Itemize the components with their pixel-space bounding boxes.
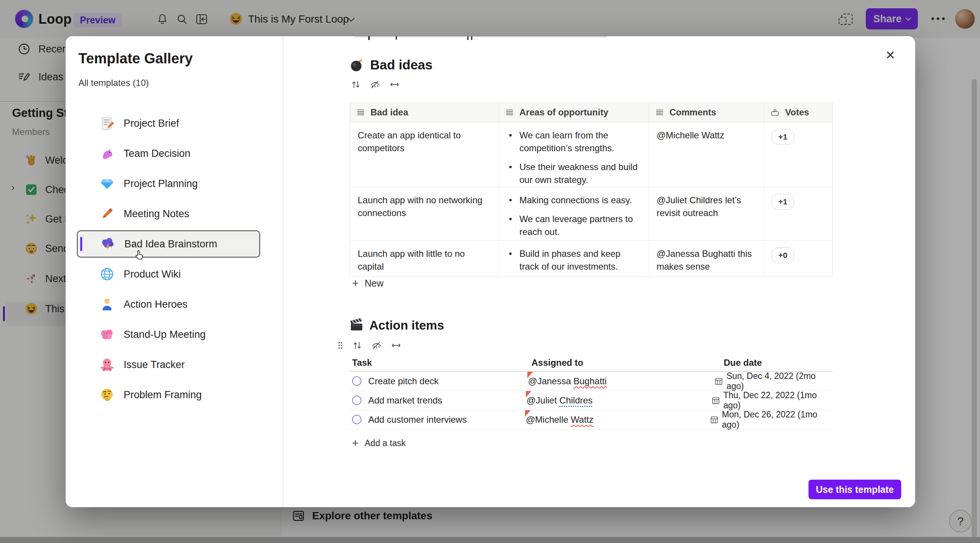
vote-pill[interactable]: +0 bbox=[772, 247, 794, 263]
template-gallery-modal: Template Gallery All templates (10) Proj… bbox=[65, 36, 915, 507]
bomb-emoji-icon bbox=[350, 58, 364, 72]
task-checkbox[interactable] bbox=[352, 376, 361, 386]
column-header-task[interactable]: Task bbox=[352, 357, 531, 368]
template-label: Team Decision bbox=[124, 148, 190, 159]
sort-icon[interactable] bbox=[353, 341, 362, 350]
eye-off-icon[interactable] bbox=[370, 80, 380, 89]
clipped-text-marks bbox=[352, 36, 616, 41]
globe-emoji-icon bbox=[100, 267, 115, 282]
calendar-icon bbox=[712, 397, 719, 404]
brainstorm-cloud-emoji-icon bbox=[100, 236, 115, 252]
task-row[interactable]: Add market trends @Juliet Childres Thu, … bbox=[350, 391, 833, 410]
resize-columns-icon[interactable] bbox=[391, 341, 401, 350]
template-item-meeting-notes[interactable]: Meeting Notes bbox=[77, 200, 260, 228]
comment-flag-icon bbox=[527, 372, 533, 378]
template-item-bad-idea-brainstorm[interactable]: Bad Idea Brainstorm bbox=[77, 230, 260, 258]
assignee-cell[interactable]: @Michelle Wattz bbox=[525, 410, 711, 429]
comment-flag-icon bbox=[526, 391, 531, 397]
text-column-icon bbox=[506, 109, 513, 115]
plus-icon: + bbox=[352, 277, 359, 290]
assignee-name: Wattz bbox=[571, 414, 593, 425]
template-label: Stand-Up Meeting bbox=[124, 329, 206, 341]
template-label: Problem Framing bbox=[124, 389, 202, 401]
task-checkbox[interactable] bbox=[352, 396, 361, 405]
task-row[interactable]: Create pitch deck @Janessa Bughatti Sun,… bbox=[350, 371, 833, 391]
column-header-due-date[interactable]: Due date bbox=[724, 357, 762, 368]
template-list: Project Brief Team Decision Project Plan… bbox=[77, 110, 260, 411]
bad-ideas-heading: Bad ideas bbox=[350, 57, 432, 72]
comments-cell[interactable]: @Janessa Bughatti this makes sense bbox=[649, 240, 764, 276]
template-label: Project Planning bbox=[124, 178, 198, 189]
bad-idea-cell[interactable]: Create an app identical to competitors bbox=[350, 122, 499, 187]
bad-ideas-table: Bad idea Areas of opportunity Comments bbox=[350, 103, 833, 276]
unicorn-emoji-icon bbox=[100, 146, 115, 161]
action-items-toolbar bbox=[338, 341, 401, 350]
tasks-header: Task Assigned to Due date bbox=[352, 357, 762, 368]
sort-icon[interactable] bbox=[351, 80, 360, 89]
template-item-project-planning[interactable]: Project Planning bbox=[77, 170, 260, 197]
due-date-cell[interactable]: Sun, Dec 4, 2022 (2mo ago) bbox=[715, 371, 833, 392]
task-row[interactable]: Add customer interviews @Michelle Wattz … bbox=[350, 410, 833, 430]
loop-app-screen: Loop Preview This is My Forst Loop Share… bbox=[0, 0, 980, 543]
bad-idea-row[interactable]: Create an app identical to competitors W… bbox=[350, 122, 832, 187]
memo-emoji-icon bbox=[100, 116, 115, 131]
drag-handle-icon[interactable] bbox=[338, 341, 343, 350]
votes-cell[interactable]: +1 bbox=[764, 187, 832, 240]
template-label: Product Wiki bbox=[124, 269, 181, 280]
comments-cell[interactable]: @Michelle Wattz bbox=[649, 122, 764, 187]
template-label: Bad Idea Brainstorm bbox=[124, 238, 217, 250]
template-label: Project Brief bbox=[124, 118, 179, 129]
template-item-stand-up-meeting[interactable]: Stand-Up Meeting bbox=[77, 321, 260, 348]
template-item-issue-tracker[interactable]: Issue Tracker bbox=[77, 351, 260, 378]
action-items-heading: Action items bbox=[350, 318, 444, 333]
assignee-cell[interactable]: @Janessa Bughatti bbox=[527, 371, 715, 391]
opportunities-cell[interactable]: Making connections is easy. We can lever… bbox=[499, 187, 649, 240]
task-checkbox[interactable] bbox=[352, 415, 361, 424]
template-item-action-heroes[interactable]: Action Heroes bbox=[77, 291, 260, 318]
new-row-button[interactable]: + New bbox=[352, 277, 384, 290]
task-cell[interactable]: Add market trends bbox=[350, 395, 526, 406]
bad-idea-cell[interactable]: Launch app with no networking connection… bbox=[350, 187, 499, 240]
plus-icon: + bbox=[352, 437, 359, 449]
comments-cell[interactable]: @Juliet Childres let’s revisit outreach bbox=[649, 187, 764, 240]
assignee-cell[interactable]: @Juliet Childres bbox=[526, 391, 712, 410]
bad-idea-row[interactable]: Launch app with little to no capital Bui… bbox=[350, 240, 832, 276]
template-item-team-decision[interactable]: Team Decision bbox=[77, 140, 260, 167]
template-label: Issue Tracker bbox=[124, 359, 185, 371]
due-date-cell[interactable]: Mon, Dec 26, 2022 (1mo ago) bbox=[711, 409, 833, 430]
bad-idea-cell[interactable]: Launch app with little to no capital bbox=[350, 240, 499, 276]
template-item-project-brief[interactable]: Project Brief bbox=[77, 110, 260, 137]
task-cell[interactable]: Add customer interviews bbox=[350, 414, 525, 425]
column-header-votes[interactable]: Votes bbox=[764, 103, 832, 122]
bad-ideas-toolbar bbox=[351, 80, 399, 89]
template-label: Action Heroes bbox=[124, 299, 188, 311]
vote-pill[interactable]: +1 bbox=[772, 129, 794, 145]
template-count-label: All templates (10) bbox=[78, 78, 149, 88]
thinking-face-emoji-icon bbox=[100, 387, 115, 402]
template-item-product-wiki[interactable]: Product Wiki bbox=[77, 261, 260, 288]
gem-emoji-icon bbox=[100, 176, 115, 191]
column-header-comments[interactable]: Comments bbox=[649, 103, 764, 122]
eye-off-icon[interactable] bbox=[372, 341, 382, 350]
template-item-problem-framing[interactable]: Problem Framing bbox=[77, 381, 260, 408]
column-header-bad-idea[interactable]: Bad idea bbox=[350, 103, 499, 122]
comment-flag-icon bbox=[525, 410, 531, 417]
opportunities-cell[interactable]: Build in phases and keep track of our in… bbox=[499, 240, 649, 276]
votes-cell[interactable]: +1 bbox=[764, 122, 832, 187]
vote-pill[interactable]: +1 bbox=[772, 194, 794, 210]
calendar-icon bbox=[711, 416, 718, 424]
add-task-button[interactable]: + Add a task bbox=[352, 437, 406, 449]
panel-divider bbox=[283, 36, 283, 507]
use-this-template-button[interactable]: Use this template bbox=[808, 480, 901, 499]
due-date-cell[interactable]: Thu, Dec 22, 2022 (1mo ago) bbox=[712, 390, 833, 411]
crayon-emoji-icon bbox=[100, 206, 115, 221]
column-header-areas-of-opportunity[interactable]: Areas of opportunity bbox=[499, 103, 649, 122]
resize-columns-icon[interactable] bbox=[390, 80, 399, 89]
bad-idea-row[interactable]: Launch app with no networking connection… bbox=[350, 187, 832, 240]
votes-cell[interactable]: +0 bbox=[764, 240, 832, 276]
column-header-assigned-to[interactable]: Assigned to bbox=[531, 357, 724, 368]
opportunities-cell[interactable]: We can learn from the competition’s stre… bbox=[499, 122, 649, 187]
calendar-icon bbox=[715, 377, 722, 385]
task-cell[interactable]: Create pitch deck bbox=[350, 376, 527, 387]
close-icon[interactable]: × bbox=[880, 45, 901, 65]
